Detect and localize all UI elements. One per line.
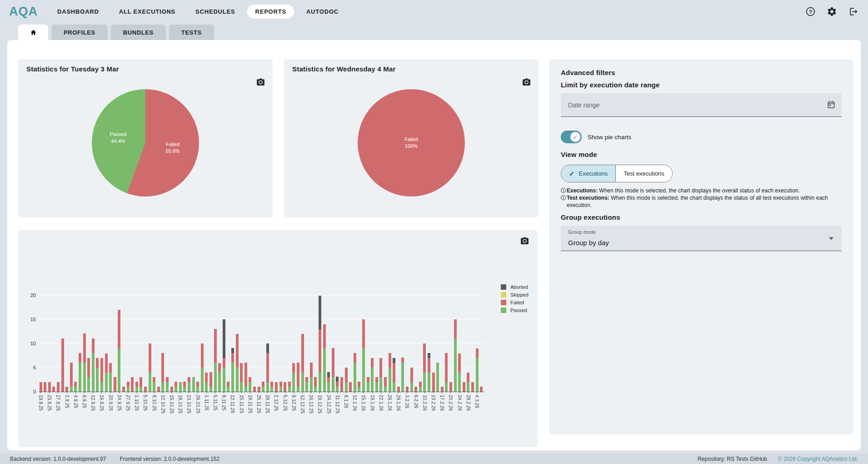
main-panel: Statistics for Tuesday 3 Mar Failed55.6%… (7, 40, 861, 450)
x-axis-label: 19.12.25 (317, 395, 322, 414)
bar-segment-failed (118, 310, 120, 348)
bar-segment-failed (458, 353, 461, 373)
y-axis-label-20: 20 (23, 293, 36, 298)
bar-segment-failed (292, 363, 295, 373)
x-axis-label: 12.11.25 (230, 395, 235, 414)
bar-segment-aborted (223, 319, 225, 358)
legend-swatch-passed (501, 308, 506, 313)
legend-swatch-skipped (501, 292, 506, 298)
tab-home[interactable] (18, 25, 48, 40)
tab-profiles[interactable]: PROFILES (51, 25, 108, 40)
pie-slice-label-failed: Failed100% (404, 136, 418, 150)
x-axis-tick (302, 392, 303, 393)
x-axis-label: 12.9.25 (90, 395, 95, 411)
bar-segment-passed (127, 387, 130, 392)
x-axis-tick (424, 392, 425, 393)
date-range-input[interactable]: Date range (561, 93, 842, 117)
group-mode-select[interactable]: Group mode Group by day (561, 226, 842, 251)
bar-segment-passed (262, 387, 264, 392)
bar-segment-passed (379, 377, 382, 392)
save-chart-image-button[interactable] (521, 77, 531, 86)
nav-item-dashboard[interactable]: DASHBOARD (50, 5, 107, 19)
bar (323, 324, 326, 392)
calendar-icon[interactable] (826, 100, 836, 110)
top-nav: AQA DASHBOARDALL EXECUTIONSSCHEDULESREPO… (0, 0, 868, 23)
x-axis-tick (232, 392, 233, 393)
bar (375, 377, 378, 392)
x-axis-label: 4.3.26 (474, 395, 479, 409)
bar-segment-failed (244, 363, 247, 387)
save-chart-image-button[interactable] (255, 77, 265, 86)
x-axis-label: 15.1.26 (361, 395, 366, 411)
bar-segment-failed (275, 382, 278, 392)
bar-segment-failed (153, 377, 155, 382)
x-axis-label: 12.1.26 (352, 395, 357, 411)
x-axis-tick (329, 392, 329, 393)
bar-segment-failed (210, 372, 212, 387)
bar-segment-passed (249, 382, 251, 392)
legend-item-aborted[interactable]: Aborted (501, 284, 529, 290)
legend-item-passed[interactable]: Passed (501, 308, 529, 313)
x-axis-tick (311, 392, 311, 393)
bar (340, 377, 343, 392)
view-mode-title: View mode (561, 151, 842, 158)
x-axis-label: 26.1.26 (387, 395, 392, 411)
view-mode-executions[interactable]: ✓Executions (561, 165, 615, 182)
bar-segment-failed (183, 382, 186, 387)
x-axis-tick (267, 392, 268, 393)
bar (332, 348, 334, 392)
bar-segment-failed (218, 363, 221, 373)
bar-segment-passed (362, 348, 365, 392)
bar (214, 329, 217, 392)
x-axis-tick (136, 392, 137, 393)
nav-item-autodoc[interactable]: AUTODOC (299, 5, 346, 19)
legend-item-skipped[interactable]: Skipped (501, 292, 529, 298)
x-axis-tick (49, 392, 50, 393)
bar-segment-failed (379, 358, 382, 377)
show-pie-charts-toggle[interactable]: ✓ (561, 131, 582, 143)
view-mode-test-executions[interactable]: Test executions (615, 165, 672, 182)
nav-item-schedules[interactable]: SCHEDULES (188, 5, 243, 19)
help-icon[interactable]: ? (804, 5, 816, 17)
save-chart-image-button[interactable] (519, 236, 529, 245)
bar-segment-failed (65, 387, 68, 392)
bar-segment-passed (175, 387, 177, 392)
bar-segment-passed (270, 387, 273, 392)
x-axis-tick (468, 392, 469, 393)
app-logo[interactable]: AQA (9, 5, 38, 19)
bar-segment-failed (166, 377, 169, 382)
bar-segment-failed (83, 333, 86, 363)
bar-segment-passed (87, 377, 90, 392)
legend-item-failed[interactable]: Failed (501, 300, 529, 305)
bar-segment-aborted (319, 296, 321, 329)
bar (122, 387, 125, 392)
bar (389, 353, 391, 392)
bar-segment-failed (445, 353, 448, 382)
x-axis-tick (180, 392, 180, 393)
settings-icon[interactable] (826, 5, 838, 17)
bar (231, 348, 234, 392)
x-axis-tick (285, 392, 285, 393)
bar-segment-failed (375, 377, 378, 382)
nav-item-all-executions[interactable]: ALL EXECUTIONS (111, 5, 183, 19)
x-axis-label: 23.10.25 (186, 395, 191, 414)
tab-tests[interactable]: TESTS (169, 25, 214, 40)
bar (292, 363, 295, 392)
bar-segment-passed (140, 387, 142, 392)
legend-label: Aborted (510, 284, 528, 290)
nav-item-reports[interactable]: REPORTS (247, 5, 294, 19)
bar-segment-failed (114, 377, 116, 392)
x-axis-label: 22.1.26 (379, 395, 384, 411)
bar-segment-passed (419, 387, 422, 392)
x-axis-label: 24.9.25 (117, 395, 122, 411)
bar-segment-failed (262, 382, 264, 387)
bar-segment-failed (371, 358, 374, 368)
copyright-link[interactable]: © 2026 Copyright AQAnetics Ltd. (778, 456, 858, 462)
bar-segment-failed (74, 382, 77, 387)
bar-segment-passed (301, 373, 304, 392)
bar-segment-failed (266, 353, 269, 382)
toggle-thumb: ✓ (570, 132, 580, 142)
logout-icon[interactable] (847, 5, 859, 17)
bar (140, 377, 142, 392)
tab-bundles[interactable]: BUNDLES (111, 25, 166, 40)
